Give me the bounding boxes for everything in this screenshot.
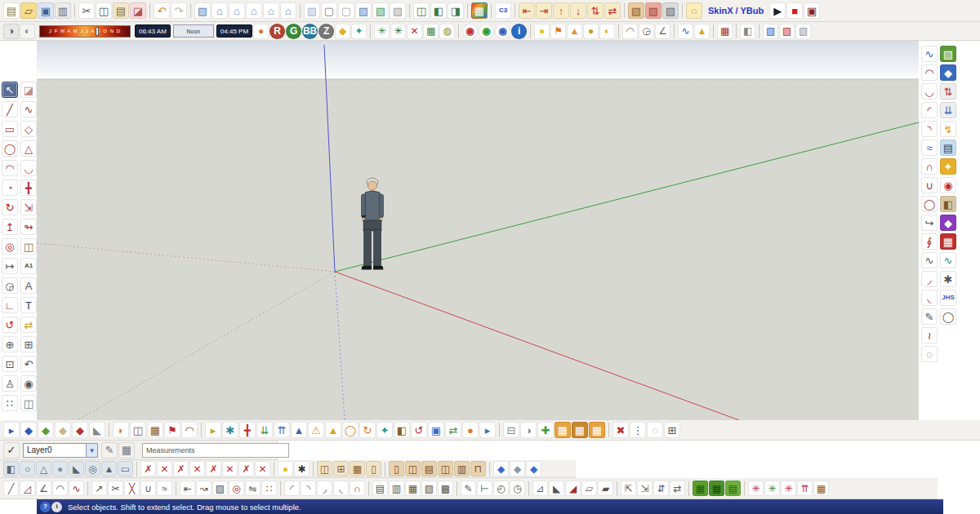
dashed-ring-icon[interactable]: ◌ <box>647 422 663 438</box>
door-garage-icon[interactable]: ▥ <box>454 461 470 476</box>
draw-polyline-icon[interactable]: ◿ <box>20 481 35 496</box>
surf-corner-4-icon[interactable]: ◟ <box>333 481 349 496</box>
open-icon[interactable]: ▱ <box>20 2 37 19</box>
shape-para-fill-icon[interactable]: ▰ <box>598 481 613 496</box>
gem-yellow-icon[interactable]: ◆ <box>335 24 350 39</box>
arch-tool-icon[interactable]: ◠ <box>181 422 198 438</box>
drop-vertical-icon[interactable]: ⇊ <box>940 102 956 118</box>
grass-1-icon[interactable]: ▦ <box>693 481 708 496</box>
surf-corner-1-icon[interactable]: ◜ <box>284 481 300 496</box>
plant-green-icon[interactable]: ✳ <box>764 481 780 496</box>
prim-box-icon[interactable]: ◧ <box>3 461 19 476</box>
spline-icon[interactable]: ≈ <box>921 140 938 156</box>
grid-red-icon[interactable]: ▦ <box>940 233 956 250</box>
plant-red-2-icon[interactable]: ✳ <box>781 481 796 496</box>
layer-edit-icon[interactable]: ✎ <box>101 442 118 459</box>
pan-icon[interactable]: ⇄ <box>20 317 37 333</box>
brick-tan-icon[interactable]: ◧ <box>940 196 956 212</box>
cleanup-1-icon[interactable]: ✗ <box>140 461 156 476</box>
door-double-icon[interactable]: ◫ <box>405 461 421 476</box>
minus-grid-icon[interactable]: ⊟ <box>503 422 519 438</box>
pyramid-tool-icon[interactable]: ▲ <box>694 24 710 39</box>
diamond-tan-icon[interactable]: ◆ <box>55 422 71 438</box>
cb-circle-icon[interactable]: ● <box>278 461 293 476</box>
gem-teal-icon[interactable]: ✦ <box>351 24 367 39</box>
layer-manager-icon[interactable]: ▦ <box>118 442 135 459</box>
erase-icon[interactable]: ◪ <box>130 2 146 19</box>
align-tool-1-icon[interactable]: ⇤ <box>519 2 535 19</box>
gem-purple-icon[interactable]: ◆ <box>940 215 956 231</box>
previous-view-icon[interactable]: ↶ <box>20 356 37 372</box>
section-plane-icon[interactable]: ◫ <box>20 395 37 411</box>
ring-orange-icon[interactable]: ◯ <box>342 422 359 438</box>
measurements-input[interactable] <box>142 443 289 458</box>
draw-angle-icon[interactable]: ∠ <box>36 481 51 496</box>
grass-2-icon[interactable]: ▦ <box>709 481 724 496</box>
view-right-icon[interactable]: ⌂ <box>246 2 262 19</box>
terrain-green-icon[interactable]: ▧ <box>940 46 956 62</box>
mesh-5-icon[interactable]: ▩ <box>438 481 453 496</box>
pointer-blue-icon[interactable]: ▸ <box>3 422 20 438</box>
surf-corner-2-icon[interactable]: ◝ <box>301 481 316 496</box>
align-tool-2-icon[interactable]: ⇥ <box>536 2 552 19</box>
curve-green-icon[interactable]: ∿ <box>940 252 956 268</box>
polygon-icon[interactable]: △ <box>20 140 37 157</box>
gem-blue-icon[interactable]: ◆ <box>940 64 956 81</box>
align-tool-5-icon[interactable]: ⇅ <box>587 2 604 19</box>
bowl-curve-icon[interactable]: ∪ <box>921 177 938 193</box>
diamond-blue-icon[interactable]: ◆ <box>20 422 37 438</box>
crate-brown-icon[interactable]: ▦ <box>813 481 829 496</box>
rotate-orange-icon[interactable]: ↻ <box>359 422 376 438</box>
dot-orange-icon[interactable]: ● <box>462 422 479 438</box>
sun-small-icon[interactable]: ● <box>534 24 550 39</box>
prim-plane-icon[interactable]: ▭ <box>118 461 133 476</box>
grid-snap-icon[interactable]: ⊞ <box>664 422 680 438</box>
cad-leader-icon[interactable]: ↝ <box>196 481 212 496</box>
offset-icon[interactable]: ◎ <box>2 238 18 255</box>
move-icon[interactable]: ╋ <box>20 179 37 196</box>
sine-curve-icon[interactable]: ∿ <box>921 252 938 268</box>
edit-extend-icon[interactable]: ↗ <box>91 481 107 496</box>
freehand-icon[interactable]: ∿ <box>20 101 37 117</box>
cursor-gold-icon[interactable]: ▸ <box>205 422 221 438</box>
redo-icon[interactable]: ↷ <box>171 2 187 19</box>
protractor-icon[interactable]: ◶ <box>2 277 18 294</box>
style-shaded-icon[interactable]: ▧ <box>355 2 372 19</box>
dome-curve-icon[interactable]: ∩ <box>921 158 938 175</box>
flag-orange-icon[interactable]: ⚑ <box>550 24 566 39</box>
quarter-arc-1-icon[interactable]: ◜ <box>921 102 938 118</box>
cad-dim-icon[interactable]: ⇤ <box>180 481 195 496</box>
shield-blue-1-icon[interactable]: ◆ <box>493 461 509 476</box>
grass-3-icon[interactable]: ▤ <box>725 481 741 496</box>
cleanup-6-icon[interactable]: ✕ <box>222 461 238 476</box>
arc-convex-icon[interactable]: ◡ <box>921 83 938 100</box>
tool-ruler-icon[interactable]: ⊢ <box>477 481 492 496</box>
date-slider-handle[interactable] <box>96 27 99 36</box>
cone-orange-icon[interactable]: ▲ <box>567 24 582 39</box>
cleanup-5-icon[interactable]: ✗ <box>206 461 221 476</box>
cad-array-icon[interactable]: ∷ <box>261 481 277 496</box>
vegetation-paint-icon[interactable]: ◍ <box>439 24 455 39</box>
hook-curve-icon[interactable]: ↪ <box>921 215 938 231</box>
cad-hatch-icon[interactable]: ▨ <box>212 481 228 496</box>
copy-icon[interactable]: ◫ <box>96 2 112 19</box>
view-front-icon[interactable]: ⌂ <box>229 2 245 19</box>
door-single-icon[interactable]: ▯ <box>389 461 404 476</box>
undo-icon[interactable]: ↶ <box>154 2 170 19</box>
lightning-icon[interactable]: ↯ <box>940 121 956 137</box>
plus-green-icon[interactable]: ✚ <box>537 422 554 438</box>
mesh-3-icon[interactable]: ▦ <box>405 481 421 496</box>
pallet-grid-1-icon[interactable]: ▦ <box>555 422 571 438</box>
axes-icon[interactable]: ∟ <box>2 297 18 313</box>
outer-shell-icon[interactable]: ◫ <box>20 238 37 255</box>
shadow-dialog-icon[interactable]: ◑ <box>3 24 19 39</box>
orb-green-icon[interactable]: ◉ <box>479 24 494 39</box>
flag-red-icon[interactable]: ⚑ <box>164 422 180 438</box>
window-double-icon[interactable]: ⊞ <box>333 461 349 476</box>
shape-tri-2-icon[interactable]: ◣ <box>549 481 564 496</box>
arc-icon[interactable]: ◠ <box>2 160 18 176</box>
follow-me-icon[interactable]: ↬ <box>20 219 37 235</box>
proj-updown-icon[interactable]: ⇵ <box>653 481 669 496</box>
half-moon-icon[interactable]: ◑ <box>520 422 537 438</box>
c3-plugin-icon[interactable]: C3 <box>495 2 511 19</box>
